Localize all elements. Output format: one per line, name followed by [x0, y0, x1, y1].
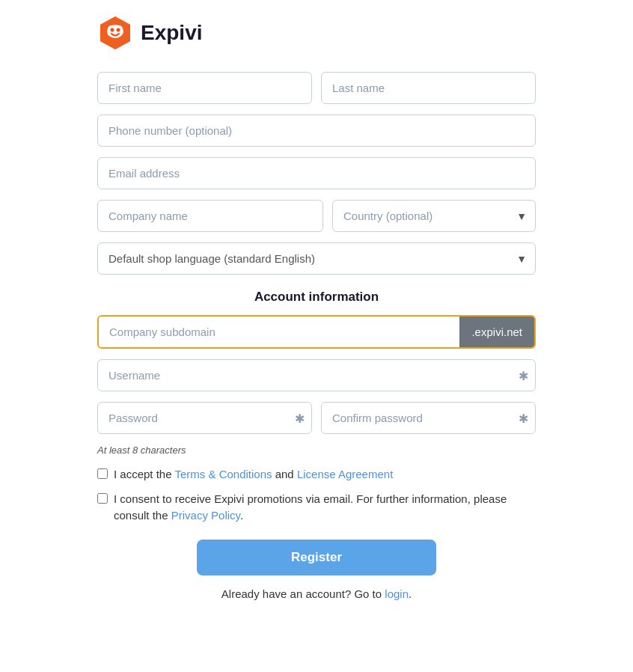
- company-country-row: Country (optional) ▼: [97, 200, 536, 232]
- country-select[interactable]: Country (optional): [332, 200, 536, 232]
- registration-form: Country (optional) ▼ Default shop langua…: [97, 72, 536, 600]
- password-hint: At least 8 characters: [97, 445, 536, 456]
- consent-label: I consent to receive Expivi promotions v…: [114, 491, 536, 525]
- confirm-password-input[interactable]: [321, 402, 536, 434]
- terms-link[interactable]: Terms & Conditions: [174, 468, 272, 480]
- password-icon: ✱: [295, 411, 305, 425]
- terms-checkbox[interactable]: [97, 468, 108, 479]
- svg-point-4: [117, 28, 120, 32]
- subdomain-input[interactable]: [99, 317, 459, 347]
- consent-checkbox-row: I consent to receive Expivi promotions v…: [97, 491, 536, 525]
- privacy-link[interactable]: Privacy Policy: [171, 509, 240, 522]
- country-wrapper: Country (optional) ▼: [332, 200, 536, 232]
- terms-label: I accept the Terms & Conditions and Lice…: [114, 466, 393, 483]
- account-info-title: Account information: [97, 290, 536, 305]
- app-name: Expivi: [141, 21, 202, 45]
- subdomain-suffix: .expivi.net: [459, 317, 534, 347]
- terms-checkbox-row: I accept the Terms & Conditions and Lice…: [97, 466, 536, 483]
- confirm-password-wrapper: ✱: [321, 402, 536, 434]
- language-select[interactable]: Default shop language (standard English): [97, 242, 536, 275]
- license-link[interactable]: License Agreement: [297, 468, 393, 480]
- password-wrapper: ✱: [97, 402, 312, 434]
- name-row: [97, 72, 536, 104]
- language-row: Default shop language (standard English)…: [97, 242, 536, 275]
- username-input[interactable]: [97, 359, 536, 391]
- phone-row: [97, 114, 536, 147]
- svg-point-3: [111, 28, 114, 32]
- email-row: [97, 157, 536, 189]
- company-name-input[interactable]: [97, 200, 323, 232]
- subdomain-wrapper: .expivi.net: [97, 315, 536, 349]
- consent-checkbox[interactable]: [97, 493, 108, 504]
- phone-input[interactable]: [97, 114, 536, 147]
- first-name-input[interactable]: [97, 72, 312, 104]
- password-row: ✱ ✱: [97, 402, 536, 434]
- login-link[interactable]: login: [385, 587, 409, 600]
- app-header: Expivi: [97, 15, 536, 51]
- username-row: ✱: [97, 359, 536, 391]
- username-icon: ✱: [519, 368, 528, 382]
- register-button[interactable]: Register: [197, 540, 436, 575]
- last-name-input[interactable]: [321, 72, 536, 104]
- username-wrapper: ✱: [97, 359, 536, 391]
- email-input[interactable]: [97, 157, 536, 189]
- expivi-logo-icon: [97, 15, 133, 51]
- login-row: Already have an account? Go to login.: [97, 587, 536, 600]
- password-input[interactable]: [97, 402, 312, 434]
- confirm-password-icon: ✱: [519, 411, 528, 425]
- language-wrapper: Default shop language (standard English)…: [97, 242, 536, 275]
